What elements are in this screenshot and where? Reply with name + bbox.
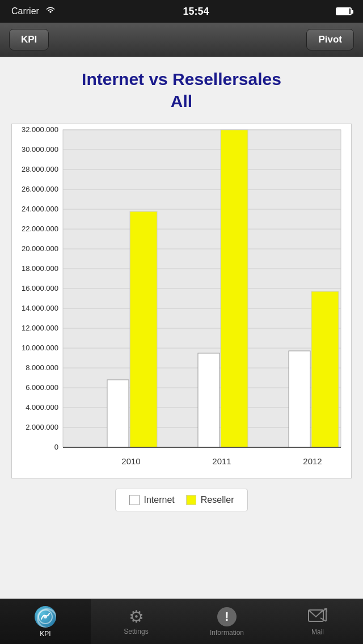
tab-settings-label: Settings	[124, 628, 148, 635]
bar-2012-internet	[289, 351, 310, 447]
svg-point-37	[44, 615, 47, 618]
bar-2011-internet	[198, 353, 220, 447]
bar-2010-internet	[107, 380, 129, 447]
svg-text:18.000.000: 18.000.000	[22, 264, 58, 273]
tab-information[interactable]: ! Information	[182, 599, 272, 644]
tab-mail[interactable]: Mail	[272, 599, 363, 644]
wifi-icon	[45, 6, 56, 17]
bar-2010-reseller	[130, 211, 157, 447]
tab-settings[interactable]: ⚙ Settings	[91, 599, 182, 644]
legend-internet: Internet	[129, 495, 175, 505]
battery-icon	[336, 7, 352, 15]
svg-text:4.000.000: 4.000.000	[26, 403, 58, 412]
legend-box-internet	[129, 495, 140, 505]
svg-text:14.000.000: 14.000.000	[22, 304, 58, 312]
svg-text:12.000.000: 12.000.000	[22, 324, 58, 332]
svg-text:0: 0	[54, 443, 58, 451]
svg-text:16.000.000: 16.000.000	[22, 284, 58, 293]
svg-text:8.000.000: 8.000.000	[26, 363, 58, 372]
legend-reseller: Reseller	[186, 495, 234, 505]
bar-2011-reseller	[221, 130, 248, 447]
xlabel-2011: 2011	[212, 456, 231, 466]
svg-text:20.000.000: 20.000.000	[22, 244, 58, 253]
legend: Internet Reseller	[115, 489, 248, 511]
xlabel-2010: 2010	[121, 456, 140, 466]
svg-text:2.000.000: 2.000.000	[26, 423, 58, 431]
bar-2012-reseller	[311, 291, 339, 447]
legend-box-reseller	[186, 495, 196, 505]
tab-mail-label: Mail	[311, 628, 324, 636]
info-icon: !	[217, 607, 237, 626]
svg-text:10.000.000: 10.000.000	[22, 344, 58, 352]
tab-kpi[interactable]: KPI	[0, 599, 91, 644]
time-display: 15:54	[183, 6, 209, 18]
pivot-nav-button[interactable]: Pivot	[306, 29, 354, 50]
svg-text:28.000.000: 28.000.000	[22, 165, 58, 173]
tab-bar: KPI ⚙ Settings ! Information Mail	[0, 599, 363, 644]
nav-bar: KPI Pivot	[0, 23, 363, 57]
legend-label-internet: Internet	[144, 495, 175, 505]
svg-text:6.000.000: 6.000.000	[26, 383, 58, 392]
xlabel-2012: 2012	[303, 456, 322, 466]
legend-container: Internet Reseller	[115, 489, 248, 511]
kpi-icon	[35, 606, 56, 628]
svg-text:26.000.000: 26.000.000	[22, 185, 58, 193]
chart-area: 0 2.000.000 4.000.000 6.000.000 8.000.00…	[11, 124, 352, 478]
settings-icon: ⚙	[129, 608, 144, 625]
legend-label-reseller: Reseller	[201, 495, 234, 505]
svg-text:24.000.000: 24.000.000	[22, 205, 58, 213]
kpi-nav-button[interactable]: KPI	[9, 29, 49, 50]
tab-information-label: Information	[210, 629, 244, 637]
main-content: Internet vs Resellersales All 0 2.000.00…	[0, 57, 363, 599]
svg-text:22.000.000: 22.000.000	[22, 224, 58, 233]
chart-title: Internet vs Resellersales All	[82, 68, 281, 112]
tab-kpi-label: KPI	[40, 630, 50, 638]
svg-text:32.000.000: 32.000.000	[22, 125, 58, 134]
carrier-label: Carrier	[11, 6, 39, 16]
svg-point-36	[39, 610, 52, 624]
status-bar: Carrier 15:54	[0, 0, 363, 23]
mail-icon	[308, 608, 327, 626]
status-left: Carrier	[11, 6, 56, 17]
svg-text:30.000.000: 30.000.000	[22, 145, 58, 154]
chart-svg: 0 2.000.000 4.000.000 6.000.000 8.000.00…	[12, 124, 352, 476]
